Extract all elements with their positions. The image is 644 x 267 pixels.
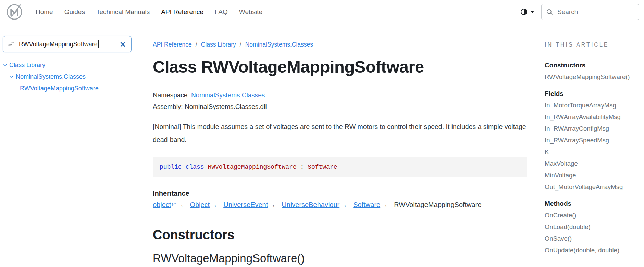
declaration-code-block: public class RWVoltageMappingSoftware : … (153, 157, 527, 177)
filter-input[interactable]: RWVoltageMappingSoftware (3, 36, 132, 52)
namespace-link[interactable]: NominalSystems.Classes (191, 91, 265, 99)
code-token-plain (182, 164, 186, 170)
inheritance-arrow: ← (384, 201, 391, 208)
toc-item-minvoltage[interactable]: MinVoltage (545, 171, 640, 179)
toc-item-k[interactable]: K (545, 148, 640, 156)
navbar-search (541, 4, 639, 20)
constructor-signature: RWVoltageMappingSoftware() (153, 252, 527, 265)
nav-tree: Class LibraryNominalSystems.ClassesRWVol… (3, 61, 132, 92)
toc-item-in-rwarrayspeedmsg[interactable]: In_RWArraySpeedMsg (545, 137, 640, 144)
inheritance-link-object[interactable]: Object (190, 201, 210, 208)
code-token-type: Software (308, 164, 337, 170)
toc-item-in-rwarrayconfigmsg[interactable]: In_RWArrayConfigMsg (545, 125, 640, 132)
inheritance-link-object[interactable]: object (153, 201, 171, 208)
filter-value: RWVoltageMappingSoftware (19, 41, 98, 48)
nav-link-guides[interactable]: Guides (64, 8, 85, 16)
assembly-value: NominalSystems.Classes.dll (185, 103, 267, 110)
m-check-logo-icon (5, 3, 23, 21)
toc-item-oncreate[interactable]: OnCreate() (545, 212, 640, 219)
chevron-down-icon[interactable] (3, 63, 8, 67)
code-token-plain (204, 164, 208, 170)
inheritance-current-rwvoltagemappingsoftware: RWVoltageMappingSoftware (394, 201, 481, 208)
caret-down-icon (530, 11, 534, 13)
tree-link-nominalsystems-classes[interactable]: NominalSystems.Classes (16, 73, 86, 80)
constructors-heading: Constructors (153, 227, 527, 243)
inheritance-arrow: ← (343, 201, 350, 208)
inheritance-arrow: ← (271, 201, 278, 208)
inheritance-arrow: ← (213, 201, 220, 208)
namespace-label: Namespace: (153, 91, 189, 99)
tree-item-rwvoltagemappingsoftware: RWVoltageMappingSoftware (3, 85, 132, 92)
breadcrumb-link-class-library[interactable]: Class Library (201, 41, 236, 48)
toc-item-onsave[interactable]: OnSave() (545, 235, 640, 242)
breadcrumb-separator: / (196, 41, 197, 48)
breadcrumb: API Reference/Class Library/NominalSyste… (153, 0, 527, 48)
code-token-plain: : (297, 164, 308, 170)
inheritance-link-universebehaviour[interactable]: UniverseBehaviour (282, 201, 339, 208)
external-link-icon (172, 202, 176, 207)
code-token-keyword: public (160, 164, 182, 170)
tree-item-nominalsystems-classes: NominalSystems.Classes (3, 73, 132, 80)
code-token-type: RWVoltageMappingSoftware (208, 164, 296, 170)
toc-section-title-constructors: Constructors (545, 61, 640, 69)
toc-item-onupdate-double-double[interactable]: OnUpdate(double, double) (545, 246, 640, 254)
article: API Reference/Class Library/NominalSyste… (153, 0, 527, 265)
inheritance-arrow: ← (179, 201, 186, 208)
breadcrumb-separator: / (240, 41, 242, 48)
filter-icon (8, 41, 15, 48)
toc-item-maxvoltage[interactable]: MaxVoltage (545, 160, 640, 167)
tree-link-class-library[interactable]: Class Library (9, 61, 45, 69)
toc-section-title-fields: Fields (545, 90, 640, 98)
inheritance-heading: Inheritance (153, 190, 527, 197)
clear-filter-button[interactable] (119, 41, 126, 48)
class-description: [Nominal] This module assumes a set of v… (153, 120, 527, 146)
namespace-row: Namespace: NominalSystems.Classes (153, 91, 527, 99)
toc-item-onload-double[interactable]: OnLoad(double) (545, 223, 640, 231)
inheritance-link-universeevent[interactable]: UniverseEvent (223, 201, 268, 208)
code-token-keyword: class (186, 164, 204, 170)
inheritance-chain: object←Object←UniverseEvent←UniverseBeha… (153, 201, 527, 209)
toc-section-title-methods: Methods (545, 200, 640, 207)
assembly-row: Assembly: NominalSystems.Classes.dll (153, 103, 527, 111)
toc-sections: ConstructorsRWVoltageMappingSoftware()Fi… (545, 61, 640, 254)
inheritance-link-software[interactable]: Software (353, 201, 380, 208)
toc-item-rwvoltagemappingsoftware[interactable]: RWVoltageMappingSoftware() (545, 73, 640, 81)
chevron-down-icon[interactable] (9, 74, 14, 79)
toc-item-in-motortorquearraymsg[interactable]: In_MotorTorqueArrayMsg (545, 102, 640, 109)
site-logo[interactable] (5, 2, 24, 22)
breadcrumb-link-api-reference[interactable]: API Reference (153, 41, 192, 48)
navbar-right (520, 4, 639, 20)
toc-heading: IN THIS ARTICLE (545, 41, 609, 52)
text-cursor (98, 40, 99, 48)
assembly-label: Assembly: (153, 103, 183, 110)
tree-link-rwvoltagemappingsoftware[interactable]: RWVoltageMappingSoftware (20, 85, 99, 92)
docs-page: HomeGuidesTechnical ManualsAPI Reference… (0, 0, 644, 267)
nav-link-technical-manuals[interactable]: Technical Manuals (96, 8, 150, 16)
search-icon (546, 9, 553, 16)
nav-link-home[interactable]: Home (36, 8, 53, 16)
toc-item-out-motorvoltagearraymsg[interactable]: Out_MotorVoltageArrayMsg (545, 183, 640, 191)
page-title: Class RWVoltageMappingSoftware (153, 56, 527, 77)
search-input[interactable] (541, 4, 639, 20)
divider (153, 150, 527, 150)
filter-value-wrap: RWVoltageMappingSoftware (19, 40, 99, 48)
toc-item-in-rwarrayavailabilitymsg[interactable]: In_RWArrayAvailabilityMsg (545, 113, 640, 121)
tree-item-class-library: Class Library (3, 61, 132, 69)
x-icon (120, 41, 126, 47)
breadcrumb-link-nominalsystems-classes[interactable]: NominalSystems.Classes (245, 41, 313, 48)
in-this-article: IN THIS ARTICLE ConstructorsRWVoltageMap… (545, 41, 640, 254)
sidebar: RWVoltageMappingSoftware Class LibraryNo… (3, 36, 132, 96)
